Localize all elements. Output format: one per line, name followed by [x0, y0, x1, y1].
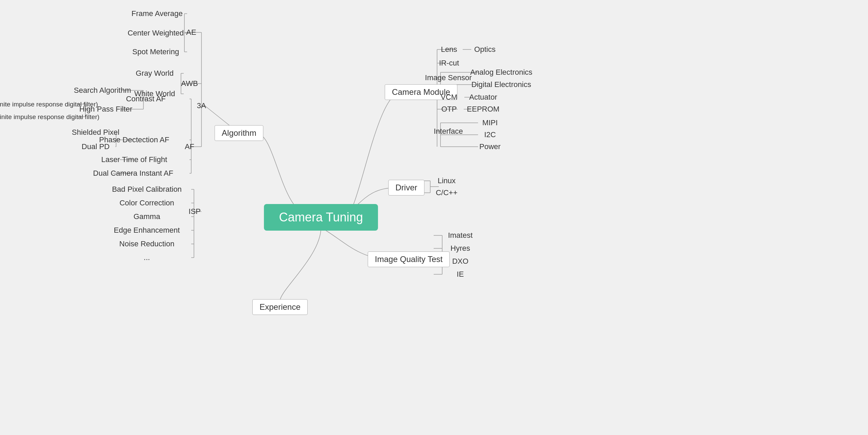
otp-node: OTP [441, 105, 457, 114]
digital-electronics-node: Digital Electronics [472, 80, 531, 89]
laser-tof-node: Laser Time of Flight [101, 155, 167, 164]
driver-node: Driver [388, 180, 424, 195]
optics-node: Optics [474, 45, 495, 54]
isp-node: ISP [188, 207, 200, 216]
mipi-node: MIPI [482, 118, 498, 127]
isp-more-node: ... [144, 253, 150, 262]
lens-node: Lens [441, 45, 457, 54]
contrast-af-node: Contrast AF [126, 95, 166, 103]
actuator-node: Actuator [469, 93, 497, 102]
edge-enhancement-node: Edge Enhancement [114, 226, 180, 235]
center-node: Camera Tuning [264, 204, 378, 231]
dxo-node: DXO [452, 257, 468, 266]
af-node: AF [185, 142, 194, 151]
image-sensor-node: Image Sensor [425, 73, 472, 82]
linux-node: Linux [438, 176, 456, 185]
hyres-node: Hyres [450, 244, 470, 253]
imatest-node: Imatest [448, 231, 473, 240]
gamma-node: Gamma [134, 212, 160, 221]
iir-node: IIR(infinite impulse response digital fi… [0, 112, 99, 121]
noise-reduction-node: Noise Reduction [119, 240, 174, 248]
fir-node: FIR(finite impulse response digital filt… [0, 100, 98, 108]
color-correction-node: Color Correction [120, 199, 174, 207]
ie-node: IE [457, 270, 464, 279]
i2c-node: I2C [484, 130, 496, 139]
dual-pd-node: Dual PD [82, 142, 110, 151]
algorithm-node: Algorithm [214, 125, 263, 141]
frame-average-node: Frame Average [131, 9, 183, 18]
power-node: Power [479, 142, 501, 151]
center-label: Camera Tuning [279, 210, 363, 224]
ae-node: AE [186, 28, 196, 37]
search-algorithm-node: Search Algorithm [74, 86, 131, 95]
center-weighted-node: Center Weighted [128, 29, 184, 38]
vcm-node: VCM [441, 93, 458, 102]
algorithm-label: Algorithm [222, 128, 256, 137]
image-quality-test-node: Image Quality Test [368, 251, 450, 267]
eeprom-node: EEPROM [467, 105, 499, 114]
3a-node: 3A [197, 101, 206, 110]
dual-camera-af-node: Dual Camera Instant AF [93, 169, 173, 178]
interface-node: Interface [434, 127, 463, 136]
ae-label: AE [186, 28, 196, 37]
ircut-node: IR-cut [439, 59, 459, 68]
awb-node: AWB [181, 79, 198, 88]
gray-world-node: Gray World [136, 69, 174, 78]
bad-pixel-node: Bad Pixel Calibration [112, 185, 182, 194]
cpp-node: C/C++ [436, 188, 458, 197]
shielded-pixel-node: Shielded Pixel [72, 128, 119, 137]
analog-electronics-node: Analog Electronics [470, 68, 532, 77]
spot-metering-node: Spot Metering [132, 47, 179, 56]
experience-node: Experience [252, 299, 308, 315]
